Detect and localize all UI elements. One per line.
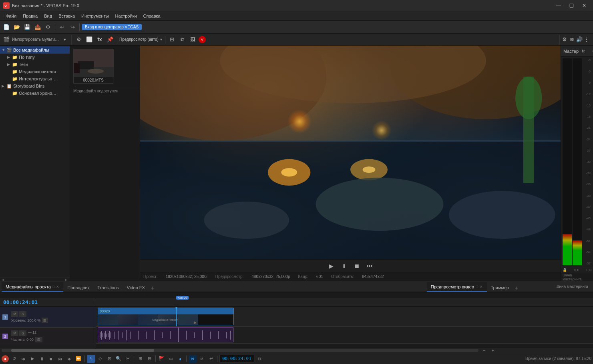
preview-snap[interactable]: 📌: [105, 35, 115, 44]
marker-btn[interactable]: 🚩: [158, 355, 166, 363]
more-button[interactable]: •••: [365, 261, 374, 271]
menu-help[interactable]: Справка: [140, 13, 164, 19]
minimize-button[interactable]: —: [553, 2, 564, 10]
menu-edit[interactable]: Правка: [20, 13, 41, 19]
preview-split[interactable]: ⬜: [84, 35, 94, 44]
envelope-tool[interactable]: ◇: [96, 355, 104, 363]
play-btn2[interactable]: ▶: [28, 355, 36, 363]
tree-smart-bins[interactable]: 📁 Интеллектуальные нак.: [0, 75, 70, 82]
scrollbar-track[interactable]: [2, 349, 478, 352]
redo-button[interactable]: ↪: [68, 22, 77, 32]
prev-btn2[interactable]: ⏮: [19, 355, 27, 363]
play-button[interactable]: ▶: [326, 261, 336, 271]
track-audio-lock[interactable]: ⊟: [35, 337, 42, 342]
master-fx-btn[interactable]: fx: [579, 46, 588, 56]
clip-fx-badge[interactable]: fx: [193, 321, 197, 324]
prev-frame[interactable]: ⏮: [56, 355, 64, 363]
tree-by-type[interactable]: ▶ 📁 По типу: [0, 54, 70, 61]
master-settings-btn[interactable]: ⚙: [589, 46, 593, 56]
tab-video-preview[interactable]: Предпросмотр видео □ ✕: [427, 282, 487, 292]
tab-media-files[interactable]: Медиафайлы проекта □ ✕: [2, 282, 63, 292]
tab-video-preview-x[interactable]: ✕: [480, 285, 483, 289]
tab-media-x[interactable]: ✕: [56, 285, 59, 289]
fast-fwd[interactable]: ⏩: [74, 355, 82, 363]
beatmarker-btn[interactable]: ♦: [176, 355, 184, 363]
playhead[interactable]: [176, 307, 177, 326]
open-button[interactable]: 📂: [12, 22, 22, 32]
import-dropdown[interactable]: ▼: [60, 35, 70, 44]
record-button[interactable]: ●: [2, 355, 9, 362]
scrollbar-thumb[interactable]: [11, 349, 154, 352]
preview-copy[interactable]: ⧉: [178, 35, 187, 44]
proj-icon[interactable]: 🎬: [2, 35, 11, 44]
tab-media-close[interactable]: □: [52, 285, 54, 289]
normalize-btn[interactable]: N: [189, 355, 197, 363]
add-tab-button[interactable]: +: [149, 284, 156, 292]
preview-grid[interactable]: ⊞: [167, 35, 177, 44]
menu-settings[interactable]: Настройки: [112, 13, 140, 19]
track-m-video[interactable]: M: [11, 311, 18, 317]
preview-settings[interactable]: ⚙: [74, 35, 84, 44]
snap-btn[interactable]: ⊞: [136, 355, 144, 363]
master-settings[interactable]: ⚙: [561, 35, 568, 44]
scissors-btn[interactable]: ✂: [124, 355, 132, 363]
tree-main-timeline[interactable]: 📁 Основная хронолог.: [0, 90, 70, 97]
region-btn[interactable]: ▭: [167, 355, 175, 363]
tree-media-drives[interactable]: 📁 Медианакопители: [0, 68, 70, 75]
ripple-btn[interactable]: ⊟: [145, 355, 153, 363]
tab-trimmer[interactable]: Триммер: [487, 283, 513, 292]
video-preview[interactable]: [140, 46, 561, 259]
export-button[interactable]: 📤: [33, 22, 42, 32]
tab-video-preview-check[interactable]: □: [476, 285, 478, 289]
search-tool[interactable]: 🔍: [115, 355, 123, 363]
panel-resize-handle[interactable]: ◀ ▶: [0, 278, 70, 281]
stop-btn2[interactable]: ■: [47, 355, 55, 363]
undo-btn2[interactable]: ↩: [207, 355, 215, 363]
track-level-lock[interactable]: ⊟: [42, 318, 48, 323]
media-gen-btn[interactable]: M: [198, 355, 206, 363]
video-clip[interactable]: 00020 Медиафайл недоступен: [98, 308, 234, 325]
preview-vegas-v[interactable]: V: [199, 36, 206, 43]
menu-tools[interactable]: Инструменты: [78, 13, 112, 19]
tc-expand[interactable]: ⊟: [255, 355, 263, 363]
next-frame[interactable]: ⏭: [65, 355, 73, 363]
tree-tags[interactable]: ▶ 📁 Теги: [0, 61, 70, 68]
close-button[interactable]: ✕: [579, 2, 590, 10]
preview-save-frame[interactable]: 🖼: [188, 35, 198, 44]
zoom-tool[interactable]: ⊡: [105, 355, 113, 363]
tab-explorer[interactable]: Проводник: [63, 283, 93, 292]
track-m-audio[interactable]: M: [11, 330, 18, 336]
master-more[interactable]: ⋮: [583, 35, 590, 44]
import-btn-label[interactable]: Импортировать мультимедиа...: [12, 37, 59, 42]
master-volume[interactable]: 🔊: [576, 35, 583, 44]
tab-video-fx[interactable]: Video FX: [123, 283, 149, 292]
audio-clip[interactable]: [98, 327, 234, 342]
preview-dropdown-arrow[interactable]: ▼: [159, 38, 163, 42]
stop-button[interactable]: ⏹: [352, 261, 362, 271]
new-button[interactable]: 📄: [2, 22, 11, 32]
thumbnail-item[interactable]: 00020.MTS: [73, 49, 113, 84]
preview-auto-label[interactable]: Предпросмотр (авто): [119, 37, 159, 42]
pause-btn2[interactable]: ⏸: [38, 355, 46, 363]
tree-all-media[interactable]: ▼ 🎬 Все медиафайлы: [0, 46, 70, 54]
tab-transitions[interactable]: Transitions: [93, 283, 123, 292]
menu-view[interactable]: Вид: [41, 13, 55, 19]
track-s-video[interactable]: S: [19, 311, 26, 317]
track-s-audio[interactable]: S: [19, 330, 26, 336]
pause-button[interactable]: ⏸: [339, 261, 349, 271]
menu-file[interactable]: Файл: [2, 13, 20, 19]
save-button[interactable]: 💾: [22, 22, 32, 32]
master-expand[interactable]: ≋: [569, 35, 575, 44]
preview-controls: ▶ ⏸ ⏹ •••: [140, 259, 561, 272]
settings-button[interactable]: ⚙: [43, 22, 53, 32]
preview-add-tab[interactable]: +: [513, 284, 520, 292]
loop-btn[interactable]: ↺: [10, 355, 18, 363]
toolbar-sep1: [55, 23, 55, 31]
undo-button[interactable]: ↩: [57, 22, 67, 32]
select-tool[interactable]: ↖: [87, 355, 95, 363]
tree-storyboard-bins[interactable]: ▶ 📋 Storyboard Bins: [0, 82, 70, 90]
restore-button[interactable]: ❑: [566, 2, 577, 10]
vegas-hub-button[interactable]: Вход в концентратор VEGAS: [82, 24, 142, 30]
preview-fx[interactable]: fx: [95, 35, 105, 44]
menu-insert[interactable]: Вставка: [55, 13, 78, 19]
